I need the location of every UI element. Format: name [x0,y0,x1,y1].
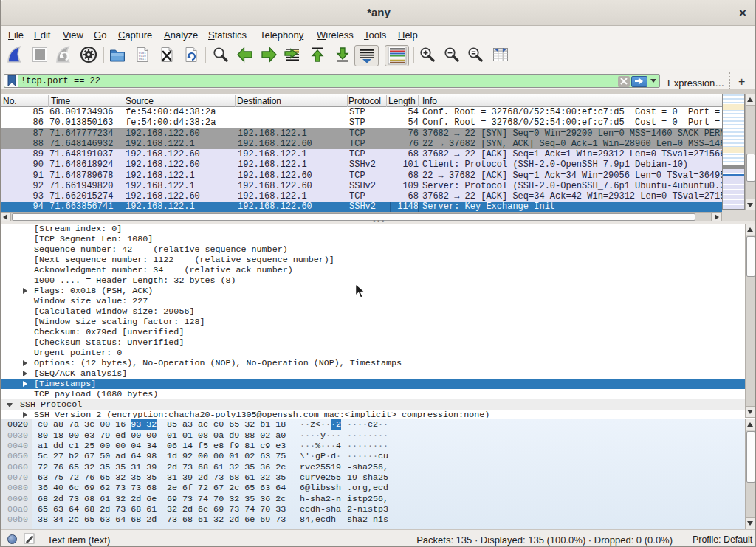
svg-text:0011: 0011 [139,57,146,61]
